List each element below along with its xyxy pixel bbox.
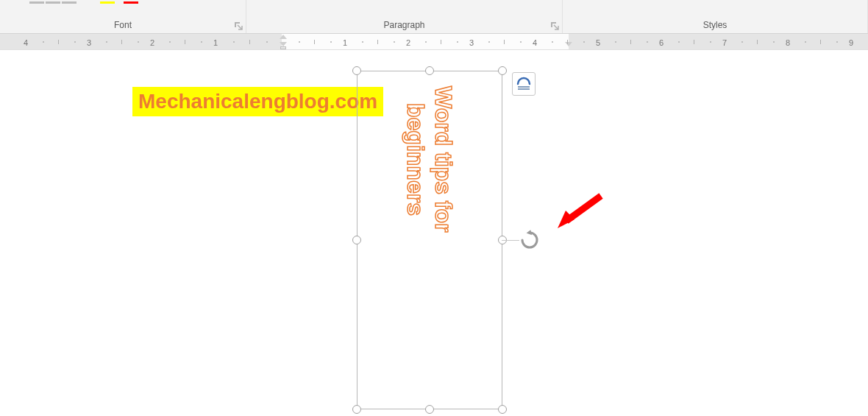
resize-handle-bottom-left[interactable] (352, 405, 361, 414)
right-indent-marker[interactable] (565, 42, 572, 46)
left-indent-marker[interactable] (280, 34, 288, 50)
rotate-connector (502, 240, 519, 241)
selected-text-box[interactable]: Word tips for beginners (357, 71, 502, 409)
document-canvas[interactable]: Mechanicalengblog.com Word tips for begi… (0, 50, 868, 416)
ribbon-group-font: Font (0, 0, 246, 33)
ribbon-group-paragraph-label: Paragraph (383, 20, 424, 30)
resize-handle-bottom-right[interactable] (498, 405, 507, 414)
ribbon-group-font-label: Font (114, 20, 132, 30)
ribbon-group-labels: Font Paragraph Styles (0, 0, 868, 34)
resize-handle-middle-left[interactable] (352, 236, 361, 244)
horizontal-ruler[interactable]: 4 3 2 1 1 2 3 4 5 6 7 8 9 // We'll injec… (0, 34, 868, 50)
layout-options-button[interactable] (512, 72, 536, 96)
text-box-content[interactable]: Word tips for beginners (402, 86, 458, 233)
resize-handle-bottom-middle[interactable] (425, 405, 434, 414)
ruler-right-margin (569, 34, 868, 49)
annotation-arrow (555, 190, 607, 230)
ribbon-group-styles: Styles (563, 0, 868, 33)
resize-handle-top-left[interactable] (352, 66, 361, 75)
ribbon-group-paragraph: Paragraph (246, 0, 563, 33)
resize-handle-top-right[interactable] (498, 66, 507, 75)
paragraph-dialog-launcher[interactable] (549, 21, 560, 31)
rotate-handle[interactable] (519, 230, 540, 250)
resize-handle-top-middle[interactable] (425, 66, 434, 75)
font-dialog-launcher[interactable] (233, 21, 243, 31)
watermark-overlay: Mechanicalengblog.com (132, 87, 383, 116)
ribbon-group-styles-label: Styles (703, 20, 728, 30)
